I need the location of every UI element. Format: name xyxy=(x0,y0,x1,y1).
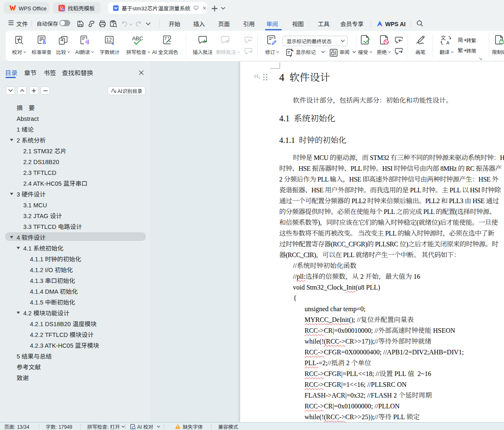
svg-text:简: 简 xyxy=(457,37,463,44)
svg-text:AI: AI xyxy=(62,8,65,11)
svg-text:文: 文 xyxy=(441,35,446,41)
svg-text:12: 12 xyxy=(106,37,112,43)
svg-text:ABC: ABC xyxy=(132,35,143,42)
svg-text:繁: 繁 xyxy=(457,47,463,54)
svg-text:A: A xyxy=(446,40,450,45)
